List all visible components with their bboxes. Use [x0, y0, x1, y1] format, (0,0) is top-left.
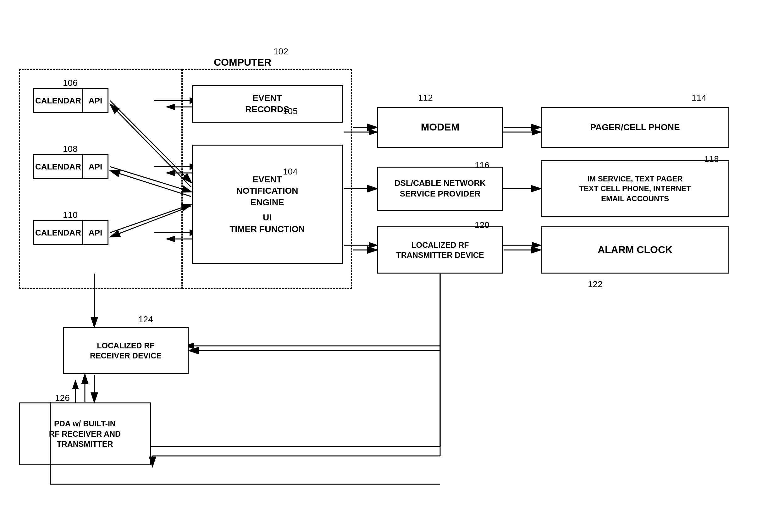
ref-116: 116: [475, 160, 489, 170]
ref-105: 105: [283, 106, 298, 116]
ref-118: 118: [704, 154, 719, 164]
ref-114: 114: [692, 93, 706, 103]
calendar-group-1: CALENDAR API: [33, 88, 109, 113]
ref-124: 124: [138, 314, 153, 324]
ref-126: 126: [55, 393, 70, 403]
alarm-clock-box: ALARM CLOCK: [541, 226, 729, 274]
modem-label: MODEM: [421, 121, 460, 134]
im-service-label: IM SERVICE, TEXT PAGER TEXT CELL PHONE, …: [579, 174, 691, 203]
ref-110: 110: [63, 210, 78, 220]
api-2-box: API: [83, 154, 109, 179]
ref-102: 102: [274, 47, 288, 57]
ref-108: 108: [63, 144, 78, 154]
timer-label: TIMER FUNCTION: [230, 224, 305, 235]
ref-122: 122: [588, 279, 603, 289]
calendar-2-box: CALENDAR: [33, 154, 83, 179]
pda-label: PDA w/ BUILT-IN RF RECEIVER AND TRANSMIT…: [49, 418, 121, 449]
calendar-1-box: CALENDAR: [33, 88, 83, 113]
api-3-box: API: [83, 220, 109, 245]
calendar-group-2: CALENDAR API: [33, 154, 109, 179]
ui-label: UI: [263, 212, 272, 223]
event-notification-box: EVENTNOTIFICATIONENGINE UI TIMER FUNCTIO…: [192, 144, 343, 264]
rf-receiver-box: LOCALIZED RF RECEIVER DEVICE: [63, 327, 189, 374]
rf-transmitter-label: LOCALIZED RF TRANSMITTER DEVICE: [396, 240, 484, 260]
event-notification-label: EVENTNOTIFICATIONENGINE: [236, 174, 298, 208]
calendar-group-3: CALENDAR API: [33, 220, 109, 245]
ref-106: 106: [63, 78, 78, 88]
pager-cell-label: PAGER/CELL PHONE: [590, 122, 680, 133]
im-service-box: IM SERVICE, TEXT PAGER TEXT CELL PHONE, …: [541, 160, 729, 217]
event-records-box: EVENT RECORDS: [192, 85, 343, 123]
dsl-cable-box: DSL/CABLE NETWORK SERVICE PROVIDER: [377, 167, 503, 211]
dsl-label: DSL/CABLE NETWORK SERVICE PROVIDER: [395, 178, 486, 199]
event-records-label: EVENT RECORDS: [245, 93, 289, 115]
calendar-3-box: CALENDAR: [33, 220, 83, 245]
ref-120: 120: [475, 220, 489, 230]
rf-transmitter-box: LOCALIZED RF TRANSMITTER DEVICE: [377, 226, 503, 274]
pager-cell-box: PAGER/CELL PHONE: [541, 107, 729, 148]
rf-receiver-label: LOCALIZED RF RECEIVER DEVICE: [90, 341, 162, 361]
api-1-box: API: [83, 88, 109, 113]
pda-box: PDA w/ BUILT-IN RF RECEIVER AND TRANSMIT…: [19, 403, 151, 465]
modem-box: MODEM: [377, 107, 503, 148]
alarm-clock-label: ALARM CLOCK: [598, 243, 672, 256]
ref-112: 112: [418, 93, 433, 103]
computer-label: COMPUTER: [214, 57, 271, 68]
ref-104: 104: [283, 167, 298, 177]
diagram-container: COMPUTER 102 CALENDAR API 106 CALENDAR A…: [0, 0, 779, 532]
